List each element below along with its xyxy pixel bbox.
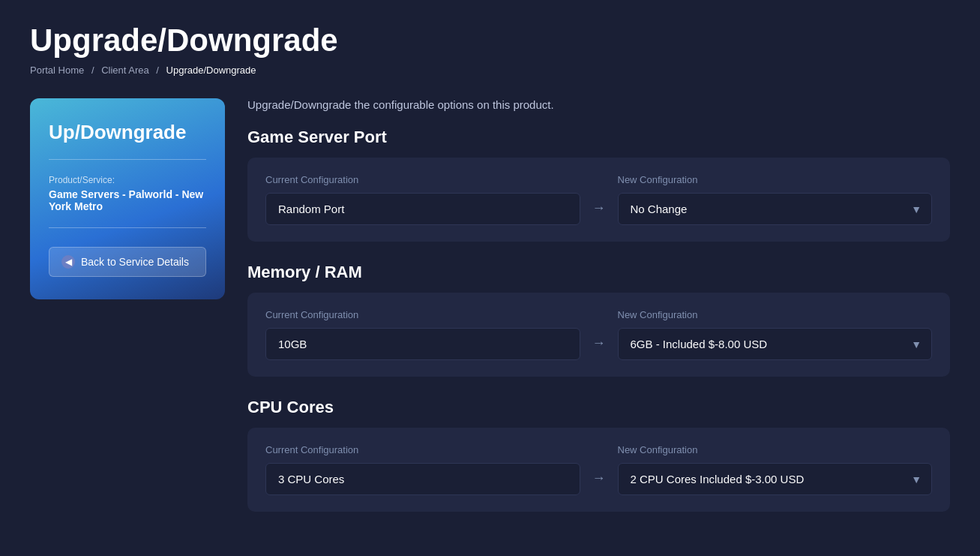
- config-row-cpu: Current Configuration 3 CPU Cores → New …: [265, 444, 932, 495]
- current-value-cpu: 3 CPU Cores: [265, 463, 580, 495]
- new-label-cpu: New Configuration: [618, 444, 933, 455]
- product-name: Game Servers - Palworld - New York Metro: [49, 188, 206, 212]
- section-title-ram: Memory / RAM: [247, 263, 950, 282]
- section-title-cpu: CPU Cores: [247, 398, 950, 417]
- breadcrumb-home[interactable]: Portal Home: [30, 65, 84, 76]
- arrow-icon-cpu: →: [592, 470, 606, 486]
- page-description: Upgrade/Downgrade the configurable optio…: [247, 98, 950, 111]
- sidebar-card: Up/Downgrade Product/Service: Game Serve…: [30, 98, 225, 299]
- back-button-label: Back to Service Details: [81, 256, 189, 268]
- page-title: Upgrade/Downgrade: [30, 23, 950, 59]
- breadcrumb-client-area[interactable]: Client Area: [101, 65, 149, 76]
- sidebar-divider: [49, 159, 206, 160]
- config-card-port: Current Configuration Random Port → New …: [247, 158, 950, 242]
- section-title-port: Game Server Port: [247, 128, 950, 147]
- current-value-port: Random Port: [265, 193, 580, 225]
- config-row-ram: Current Configuration 10GB → New Configu…: [265, 309, 932, 360]
- back-icon: ◀: [61, 255, 75, 269]
- current-config-port: Current Configuration Random Port: [265, 174, 580, 225]
- new-config-select-ram[interactable]: 6GB - Included $-8.00 USD 10GB - Include…: [618, 328, 933, 360]
- new-label-ram: New Configuration: [618, 309, 933, 320]
- sidebar-card-title: Up/Downgrade: [49, 121, 206, 144]
- arrow-icon-port: →: [592, 200, 606, 216]
- breadcrumb-sep-1: /: [91, 65, 94, 76]
- current-label-port: Current Configuration: [265, 174, 580, 185]
- config-row-port: Current Configuration Random Port → New …: [265, 174, 932, 225]
- page-container: Upgrade/Downgrade Portal Home / Client A…: [0, 0, 980, 555]
- new-select-wrapper-cpu: 2 CPU Cores Included $-3.00 USD 3 CPU Co…: [618, 463, 933, 495]
- current-config-ram: Current Configuration 10GB: [265, 309, 580, 360]
- main-content: Upgrade/Downgrade the configurable optio…: [247, 98, 950, 533]
- current-value-ram: 10GB: [265, 328, 580, 360]
- new-label-port: New Configuration: [618, 174, 933, 185]
- breadcrumb-sep-2: /: [156, 65, 159, 76]
- new-select-wrapper-port: No Change Standard Port Custom Port ▼: [618, 193, 933, 225]
- config-card-cpu: Current Configuration 3 CPU Cores → New …: [247, 428, 950, 512]
- back-to-service-button[interactable]: ◀ Back to Service Details: [49, 247, 206, 277]
- current-config-cpu: Current Configuration 3 CPU Cores: [265, 444, 580, 495]
- config-card-ram: Current Configuration 10GB → New Configu…: [247, 293, 950, 377]
- section-game-server-port: Game Server Port Current Configuration R…: [247, 128, 950, 242]
- current-label-ram: Current Configuration: [265, 309, 580, 320]
- section-cpu-cores: CPU Cores Current Configuration 3 CPU Co…: [247, 398, 950, 512]
- product-label: Product/Service:: [49, 175, 206, 185]
- new-config-select-port[interactable]: No Change Standard Port Custom Port: [618, 193, 933, 225]
- breadcrumb-current: Upgrade/Downgrade: [166, 65, 256, 76]
- breadcrumb: Portal Home / Client Area / Upgrade/Down…: [30, 65, 950, 76]
- current-label-cpu: Current Configuration: [265, 444, 580, 455]
- new-config-port: New Configuration No Change Standard Por…: [618, 174, 933, 225]
- new-config-select-cpu[interactable]: 2 CPU Cores Included $-3.00 USD 3 CPU Co…: [618, 463, 933, 495]
- arrow-icon-ram: →: [592, 335, 606, 351]
- new-config-cpu: New Configuration 2 CPU Cores Included $…: [618, 444, 933, 495]
- content-layout: Up/Downgrade Product/Service: Game Serve…: [30, 98, 950, 533]
- new-select-wrapper-ram: 6GB - Included $-8.00 USD 10GB - Include…: [618, 328, 933, 360]
- new-config-ram: New Configuration 6GB - Included $-8.00 …: [618, 309, 933, 360]
- sidebar-divider-2: [49, 227, 206, 228]
- section-memory-ram: Memory / RAM Current Configuration 10GB …: [247, 263, 950, 377]
- product-info: Product/Service: Game Servers - Palworld…: [49, 175, 206, 212]
